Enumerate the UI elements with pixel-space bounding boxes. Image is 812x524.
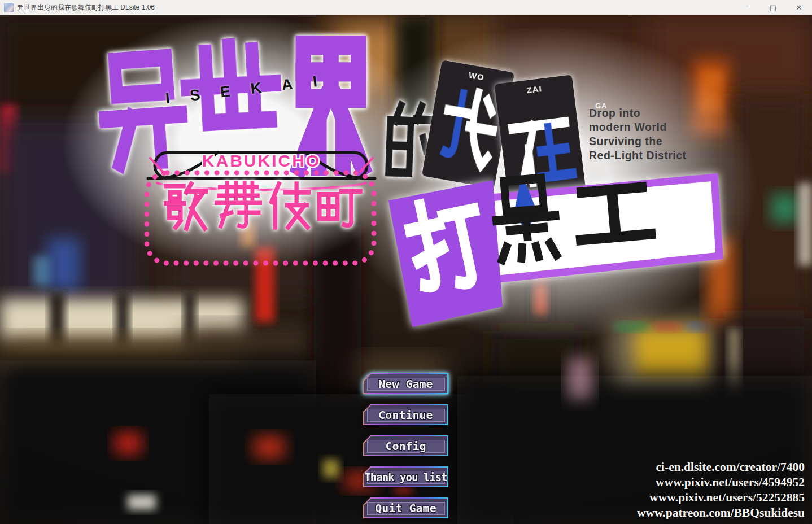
window-controls: – □ ✕ bbox=[734, 0, 812, 15]
button-label: Continue bbox=[363, 404, 448, 425]
config-button[interactable]: Config bbox=[363, 435, 448, 456]
link-patreon[interactable]: www.patreon.com/BBQsukidesu bbox=[637, 505, 805, 521]
logo-glyph-hei bbox=[483, 167, 569, 265]
kabukicho-en: KABUKICHO bbox=[146, 151, 377, 171]
tagline-line: modern World bbox=[589, 120, 687, 134]
button-label: New Game bbox=[363, 373, 448, 394]
titlebar: 异世界出身的我在歌舞伎町打黑工 DLsite 1.06 – □ ✕ bbox=[0, 0, 812, 15]
maximize-button[interactable]: □ bbox=[760, 0, 786, 15]
creator-links: ci-en.dlsite.com/creator/7400 www.pixiv.… bbox=[637, 460, 805, 521]
close-button[interactable]: ✕ bbox=[786, 0, 812, 15]
close-icon: ✕ bbox=[796, 3, 802, 12]
button-label: Quit Game bbox=[363, 497, 448, 518]
logo-glyph-ting bbox=[316, 180, 363, 233]
logo-glyph-gong bbox=[569, 171, 658, 256]
logo-glyph-ji bbox=[266, 180, 312, 233]
tagline-line: Surviving the bbox=[589, 134, 687, 149]
new-game-button[interactable]: New Game bbox=[363, 373, 448, 394]
button-label: Thank you list bbox=[363, 466, 448, 487]
logo-glyph-wu bbox=[214, 180, 263, 233]
game-window: 异世界出身的我在歌舞伎町打黑工 DLsite 1.06 – □ ✕ bbox=[0, 0, 812, 524]
title-screen: ISEKAI KABUKICHO bbox=[0, 15, 812, 524]
maximize-icon: □ bbox=[770, 3, 776, 12]
tagline-line: Drop into bbox=[589, 106, 687, 120]
tagline: Drop into modern World Surviving the Red… bbox=[589, 106, 687, 163]
thank-you-list-button[interactable]: Thank you list bbox=[363, 466, 448, 487]
minimize-button[interactable]: – bbox=[734, 0, 760, 15]
minimize-icon: – bbox=[745, 3, 749, 12]
button-label: Config bbox=[363, 435, 448, 456]
link-ci-en[interactable]: ci-en.dlsite.com/creator/7400 bbox=[637, 460, 805, 475]
app-icon bbox=[4, 3, 14, 12]
continue-button[interactable]: Continue bbox=[363, 404, 448, 425]
quit-game-button[interactable]: Quit Game bbox=[363, 497, 448, 518]
logo-glyph-ge bbox=[162, 180, 211, 233]
window-title: 异世界出身的我在歌舞伎町打黑工 DLsite 1.06 bbox=[17, 3, 155, 12]
link-pixiv-1[interactable]: www.pixiv.net/users/4594952 bbox=[637, 475, 805, 490]
link-pixiv-2[interactable]: www.pixiv.net/users/52252885 bbox=[637, 490, 805, 505]
